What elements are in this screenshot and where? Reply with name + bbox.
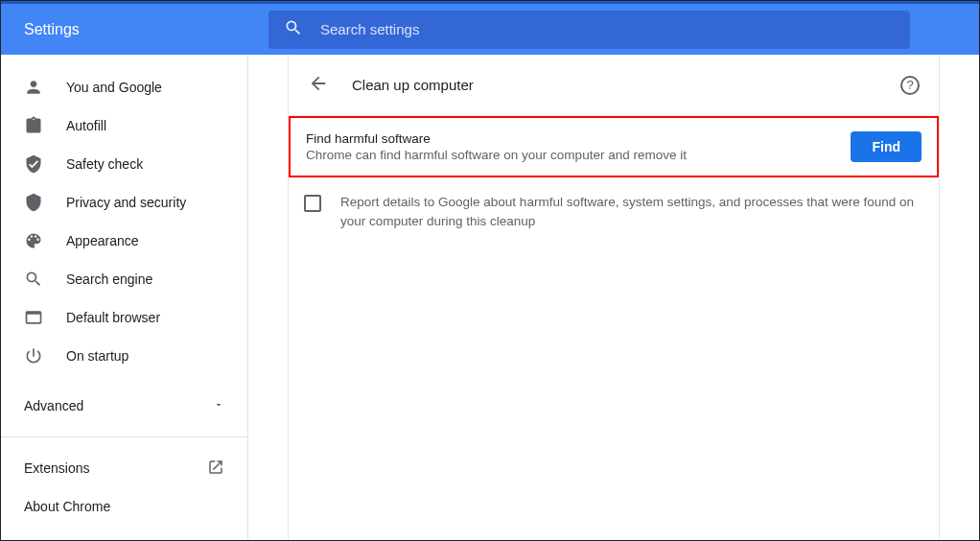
sidebar-item-label: Default browser [66,310,160,325]
chevron-down-icon [213,398,224,413]
magnify-icon [24,270,43,289]
help-icon[interactable]: ? [900,76,920,95]
sidebar-item-label: Search engine [66,271,152,287]
sidebar-item-you-and-google[interactable]: You and Google [1,68,247,106]
search-input[interactable] [320,21,895,37]
search-bar[interactable] [268,11,910,49]
sidebar-about[interactable]: About Chrome [1,487,247,526]
report-checkbox[interactable] [304,195,321,212]
page-title: Clean up computer [352,77,900,93]
sidebar-item-autofill[interactable]: Autofill [1,106,247,145]
top-bar: Settings [1,1,979,55]
open-external-icon [207,459,224,479]
browser-icon [24,308,43,327]
palette-icon [24,231,43,250]
advanced-label: Advanced [24,398,83,413]
report-text: Report details to Google about harmful s… [340,193,923,232]
sidebar-item-label: Safety check [66,156,143,172]
power-icon [24,346,43,365]
sidebar-item-search-engine[interactable]: Search engine [1,260,247,298]
clipboard-icon [24,116,43,135]
content-area: Clean up computer ? Find harmful softwar… [248,55,979,541]
divider [1,436,247,437]
sidebar-item-label: Privacy and security [66,195,186,210]
find-button[interactable]: Find [851,131,922,162]
back-icon[interactable] [308,73,329,98]
sidebar-item-default-browser[interactable]: Default browser [1,298,247,337]
find-harmful-row: Find harmful software Chrome can find ha… [289,116,939,177]
sidebar-item-on-startup[interactable]: On startup [1,337,247,375]
sidebar-item-label: On startup [66,348,128,364]
page-header: Clean up computer ? [289,55,939,116]
extensions-label: Extensions [24,460,89,476]
find-subtitle: Chrome can find harmful software on your… [306,148,835,162]
about-label: About Chrome [24,499,110,514]
sidebar-item-label: You and Google [66,80,162,95]
search-icon [284,18,303,41]
sidebar-item-privacy[interactable]: Privacy and security [1,183,247,222]
find-title: Find harmful software [306,131,835,146]
sidebar-advanced[interactable]: Advanced [1,387,247,425]
sidebar: You and Google Autofill Safety check Pri… [1,55,248,541]
report-row: Report details to Google about harmful s… [289,177,939,247]
settings-title: Settings [24,21,268,38]
sidebar-item-label: Autofill [66,118,106,133]
shield-check-icon [24,154,43,174]
sidebar-item-label: Appearance [66,233,139,248]
sidebar-item-appearance[interactable]: Appearance [1,222,247,260]
sidebar-item-safety-check[interactable]: Safety check [1,145,247,183]
shield-icon [24,193,43,212]
person-icon [24,78,43,97]
sidebar-extensions[interactable]: Extensions [1,449,247,487]
